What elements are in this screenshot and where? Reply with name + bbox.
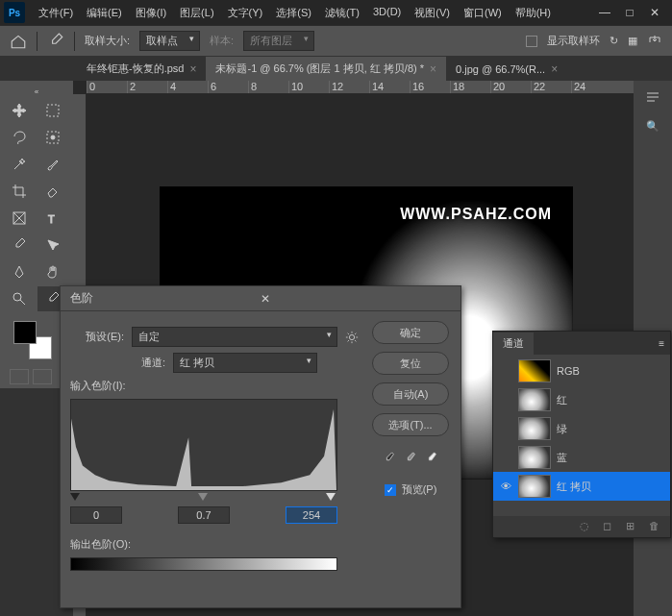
svg-text:T: T (48, 213, 55, 225)
refresh-icon[interactable]: ↻ (610, 35, 618, 47)
menu-help[interactable]: 帮助(H) (510, 2, 557, 24)
channels-menu-icon[interactable]: ≡ (659, 338, 664, 349)
channels-tab[interactable]: 通道 (493, 333, 534, 355)
collapse-icon[interactable]: « (32, 86, 41, 96)
tab-close-icon[interactable]: × (430, 62, 436, 76)
preview-label: 预览(P) (402, 482, 437, 497)
svg-rect-0 (47, 105, 59, 116)
menu-3d[interactable]: 3D(D) (367, 2, 407, 24)
panel-toggle-icon[interactable] (642, 86, 663, 108)
menu-filter[interactable]: 滤镜(T) (319, 2, 365, 24)
black-point-slider[interactable] (70, 493, 80, 501)
menu-file[interactable]: 文件(F) (33, 2, 79, 24)
options-button[interactable]: 选项(T)... (372, 413, 449, 436)
channel-green[interactable]: 绿 (493, 414, 670, 443)
pen-tool[interactable] (4, 259, 35, 284)
levels-dialog: 色阶 ✕ 预设(E): 自定 通道: 红 拷贝 输入色阶(I): (60, 285, 461, 608)
watermark-text: WWW.PSAHZ.COM (400, 206, 552, 223)
menu-edit[interactable]: 编辑(E) (81, 2, 128, 24)
auto-button[interactable]: 自动(A) (372, 382, 449, 406)
mid-point-slider[interactable] (198, 493, 208, 501)
ok-button[interactable]: 确定 (372, 321, 449, 344)
svg-point-2 (51, 136, 55, 139)
tab-close-icon[interactable]: × (551, 62, 558, 76)
document-tab-1[interactable]: 年终钜惠-恢复的.psd× (77, 57, 206, 81)
load-selection-icon[interactable]: ◌ (580, 520, 593, 533)
menu-view[interactable]: 视图(V) (409, 2, 456, 24)
path-tool[interactable] (37, 233, 68, 258)
channel-red-copy[interactable]: 👁红 拷贝 (493, 472, 670, 501)
crop-tool[interactable] (4, 179, 35, 204)
eyedropper-tool[interactable] (4, 233, 35, 258)
svg-point-6 (349, 334, 354, 339)
preset-select[interactable]: 自定 (132, 327, 337, 347)
ruler-horizontal: 024681012141618202224 (87, 81, 634, 94)
new-channel-icon[interactable]: ⊞ (626, 520, 639, 533)
sample-size-label: 取样大小: (85, 34, 130, 48)
eraser-tool[interactable] (37, 179, 68, 204)
magic-wand-tool[interactable] (4, 152, 35, 177)
channel-rgb[interactable]: RGB (493, 357, 670, 385)
mid-point-input[interactable] (178, 506, 230, 524)
screenmode-icon[interactable] (33, 369, 52, 384)
channel-label: 通道: (112, 356, 165, 370)
fg-color[interactable] (13, 321, 37, 344)
ps-logo-icon: Ps (4, 2, 25, 23)
menu-window[interactable]: 窗口(W) (458, 2, 508, 24)
minimize-icon[interactable]: — (599, 7, 610, 18)
sample-label: 样本: (210, 34, 234, 48)
share-icon[interactable] (647, 33, 662, 50)
menu-image[interactable]: 图像(I) (130, 2, 172, 24)
channels-panel: 通道 ≡ RGB 红 绿 蓝 👁红 拷贝 ◌ ◻ ⊞ 🗑 (492, 331, 671, 538)
zoom-tool[interactable] (4, 286, 35, 311)
save-selection-icon[interactable]: ◻ (603, 520, 616, 533)
marquee-tool[interactable] (37, 98, 68, 123)
document-tab-3[interactable]: 0.jpg @ 66.7%(R...× (446, 58, 567, 81)
lasso-tool[interactable] (4, 125, 35, 150)
ring-label: 显示取样环 (547, 34, 600, 48)
menu-select[interactable]: 选择(S) (270, 2, 317, 24)
dialog-title: 色阶 (70, 290, 261, 307)
home-icon[interactable] (10, 33, 27, 50)
black-point-input[interactable] (70, 506, 122, 524)
menu-layer[interactable]: 图层(L) (174, 2, 219, 24)
black-dropper-icon[interactable] (383, 452, 396, 465)
brush-tool[interactable] (37, 152, 68, 177)
channel-blue[interactable]: 蓝 (493, 443, 670, 472)
hand-tool[interactable] (37, 259, 68, 284)
channel-select[interactable]: 红 拷贝 (173, 353, 317, 373)
sample-select[interactable]: 所有图层 (243, 31, 314, 51)
output-gradient[interactable] (70, 557, 337, 571)
eyedropper-icon (47, 33, 64, 50)
move-tool[interactable] (4, 98, 35, 123)
search-icon[interactable]: 🔍 (642, 115, 663, 136)
sample-size-select[interactable]: 取样点 (139, 31, 200, 51)
eye-icon[interactable]: 👁 (499, 480, 512, 492)
delete-channel-icon[interactable]: 🗑 (649, 520, 662, 533)
type-tool[interactable]: T (37, 206, 68, 231)
cancel-button[interactable]: 复位 (372, 352, 449, 375)
menu-type[interactable]: 文字(Y) (222, 2, 269, 24)
gray-dropper-icon[interactable] (404, 452, 417, 465)
input-levels-label: 输入色阶(I): (70, 379, 359, 393)
white-point-slider[interactable] (326, 493, 336, 501)
white-dropper-icon[interactable] (425, 452, 438, 465)
quick-select-tool[interactable] (37, 125, 68, 150)
histogram[interactable] (70, 399, 337, 491)
quickmask-icon[interactable] (10, 369, 29, 384)
document-tab-2[interactable]: 未标题-1 @ 66.7% (图层 1 拷贝, 红 拷贝/8) *× (206, 57, 446, 81)
svg-point-5 (13, 293, 21, 301)
preview-checkbox[interactable]: ✓ (385, 484, 396, 496)
gear-icon[interactable] (345, 331, 359, 344)
channel-red[interactable]: 红 (493, 385, 670, 414)
grid-icon[interactable]: ▦ (628, 35, 637, 47)
dialog-close-icon[interactable]: ✕ (261, 292, 451, 306)
tab-close-icon[interactable]: × (189, 62, 196, 76)
ring-checkbox[interactable] (526, 36, 537, 47)
output-levels-label: 输出色阶(O): (70, 537, 359, 552)
frame-tool[interactable] (4, 206, 35, 231)
color-swatch[interactable] (13, 321, 52, 359)
close-icon[interactable]: ✕ (649, 7, 660, 18)
maximize-icon[interactable]: □ (624, 7, 635, 18)
white-point-input[interactable] (286, 506, 337, 524)
